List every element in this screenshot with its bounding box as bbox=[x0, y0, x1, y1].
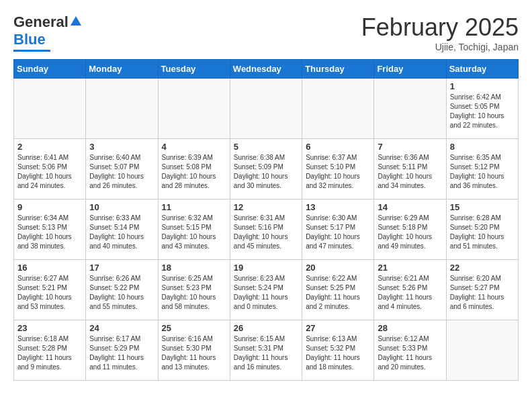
weekday-header: Thursday bbox=[302, 60, 374, 79]
day-number: 10 bbox=[89, 202, 154, 212]
weekday-header: Saturday bbox=[446, 60, 518, 79]
calendar-day-cell: 6Sunrise: 6:37 AMSunset: 5:10 PMDaylight… bbox=[302, 139, 374, 199]
calendar-day-cell bbox=[374, 79, 446, 139]
calendar-day-cell: 12Sunrise: 6:31 AMSunset: 5:16 PMDayligh… bbox=[230, 199, 302, 260]
day-number: 21 bbox=[378, 263, 442, 273]
day-info: Sunrise: 6:18 AMSunset: 5:28 PMDaylight:… bbox=[17, 334, 82, 372]
calendar-day-cell: 13Sunrise: 6:30 AMSunset: 5:17 PMDayligh… bbox=[302, 199, 374, 260]
weekday-header: Friday bbox=[374, 60, 446, 79]
calendar-day-cell: 18Sunrise: 6:25 AMSunset: 5:23 PMDayligh… bbox=[158, 260, 230, 320]
day-number: 24 bbox=[89, 323, 154, 333]
day-number: 18 bbox=[162, 263, 226, 273]
day-number: 27 bbox=[306, 323, 370, 333]
day-info: Sunrise: 6:41 AMSunset: 5:06 PMDaylight:… bbox=[17, 153, 82, 191]
day-info: Sunrise: 6:29 AMSunset: 5:18 PMDaylight:… bbox=[378, 214, 442, 251]
calendar-day-cell: 14Sunrise: 6:29 AMSunset: 5:18 PMDayligh… bbox=[374, 199, 446, 260]
calendar-day-cell: 21Sunrise: 6:21 AMSunset: 5:26 PMDayligh… bbox=[374, 260, 446, 320]
calendar-day-cell bbox=[86, 79, 158, 139]
calendar-day-cell bbox=[158, 79, 230, 139]
calendar-day-cell: 3Sunrise: 6:40 AMSunset: 5:07 PMDaylight… bbox=[86, 139, 158, 199]
day-info: Sunrise: 6:12 AMSunset: 5:33 PMDaylight:… bbox=[378, 334, 442, 372]
calendar-day-cell bbox=[14, 79, 86, 139]
month-title: February 2025 bbox=[361, 13, 519, 42]
day-info: Sunrise: 6:39 AMSunset: 5:08 PMDaylight:… bbox=[162, 153, 226, 191]
day-number: 25 bbox=[162, 323, 226, 333]
day-number: 6 bbox=[306, 142, 370, 152]
calendar-day-cell: 7Sunrise: 6:36 AMSunset: 5:11 PMDaylight… bbox=[374, 139, 446, 199]
weekday-header: Tuesday bbox=[158, 60, 230, 79]
title-block: February 2025 Ujiie, Tochigi, Japan bbox=[361, 13, 519, 52]
day-number: 5 bbox=[234, 142, 298, 152]
day-number: 28 bbox=[378, 323, 442, 333]
calendar-week-row: 16Sunrise: 6:27 AMSunset: 5:21 PMDayligh… bbox=[14, 260, 519, 320]
day-number: 13 bbox=[306, 202, 370, 212]
calendar-day-cell bbox=[446, 320, 518, 381]
day-number: 8 bbox=[450, 142, 515, 152]
day-number: 1 bbox=[450, 81, 515, 91]
day-number: 3 bbox=[89, 142, 154, 152]
day-info: Sunrise: 6:27 AMSunset: 5:21 PMDaylight:… bbox=[17, 274, 82, 312]
calendar-day-cell: 8Sunrise: 6:35 AMSunset: 5:12 PMDaylight… bbox=[446, 139, 518, 199]
day-number: 7 bbox=[378, 142, 442, 152]
calendar-week-row: 2Sunrise: 6:41 AMSunset: 5:06 PMDaylight… bbox=[14, 139, 519, 199]
day-info: Sunrise: 6:32 AMSunset: 5:15 PMDaylight:… bbox=[162, 214, 226, 251]
day-info: Sunrise: 6:40 AMSunset: 5:07 PMDaylight:… bbox=[89, 153, 154, 191]
day-number: 2 bbox=[17, 142, 82, 152]
day-info: Sunrise: 6:42 AMSunset: 5:05 PMDaylight:… bbox=[450, 93, 515, 130]
day-number: 26 bbox=[234, 323, 298, 333]
calendar-day-cell: 9Sunrise: 6:34 AMSunset: 5:13 PMDaylight… bbox=[14, 199, 86, 260]
weekday-header: Monday bbox=[86, 60, 158, 79]
day-number: 14 bbox=[378, 202, 442, 212]
day-info: Sunrise: 6:33 AMSunset: 5:14 PMDaylight:… bbox=[89, 214, 154, 251]
calendar-header-row: SundayMondayTuesdayWednesdayThursdayFrid… bbox=[14, 60, 519, 79]
svg-marker-0 bbox=[71, 16, 81, 26]
logo-arrow-icon bbox=[70, 15, 82, 27]
day-info: Sunrise: 6:28 AMSunset: 5:20 PMDaylight:… bbox=[450, 214, 515, 251]
day-number: 12 bbox=[234, 202, 298, 212]
calendar-day-cell: 1Sunrise: 6:42 AMSunset: 5:05 PMDaylight… bbox=[446, 79, 518, 139]
calendar-week-row: 1Sunrise: 6:42 AMSunset: 5:05 PMDaylight… bbox=[14, 79, 519, 139]
day-info: Sunrise: 6:23 AMSunset: 5:24 PMDaylight:… bbox=[234, 274, 298, 312]
calendar-day-cell bbox=[230, 79, 302, 139]
calendar-day-cell: 17Sunrise: 6:26 AMSunset: 5:22 PMDayligh… bbox=[86, 260, 158, 320]
weekday-header: Sunday bbox=[14, 60, 86, 79]
day-number: 22 bbox=[450, 263, 515, 273]
calendar-week-row: 23Sunrise: 6:18 AMSunset: 5:28 PMDayligh… bbox=[14, 320, 519, 381]
day-info: Sunrise: 6:34 AMSunset: 5:13 PMDaylight:… bbox=[17, 214, 82, 251]
location: Ujiie, Tochigi, Japan bbox=[361, 42, 519, 52]
calendar-day-cell: 4Sunrise: 6:39 AMSunset: 5:08 PMDaylight… bbox=[158, 139, 230, 199]
day-number: 9 bbox=[17, 202, 82, 212]
calendar-day-cell: 28Sunrise: 6:12 AMSunset: 5:33 PMDayligh… bbox=[374, 320, 446, 381]
calendar-day-cell: 11Sunrise: 6:32 AMSunset: 5:15 PMDayligh… bbox=[158, 199, 230, 260]
day-info: Sunrise: 6:17 AMSunset: 5:29 PMDaylight:… bbox=[89, 334, 154, 372]
day-info: Sunrise: 6:37 AMSunset: 5:10 PMDaylight:… bbox=[306, 153, 370, 191]
logo: General Blue bbox=[13, 13, 82, 52]
day-info: Sunrise: 6:16 AMSunset: 5:30 PMDaylight:… bbox=[162, 334, 226, 372]
calendar-day-cell: 15Sunrise: 6:28 AMSunset: 5:20 PMDayligh… bbox=[446, 199, 518, 260]
calendar-day-cell: 19Sunrise: 6:23 AMSunset: 5:24 PMDayligh… bbox=[230, 260, 302, 320]
calendar-day-cell: 23Sunrise: 6:18 AMSunset: 5:28 PMDayligh… bbox=[14, 320, 86, 381]
calendar-day-cell: 16Sunrise: 6:27 AMSunset: 5:21 PMDayligh… bbox=[14, 260, 86, 320]
day-number: 17 bbox=[89, 263, 154, 273]
day-info: Sunrise: 6:21 AMSunset: 5:26 PMDaylight:… bbox=[378, 274, 442, 312]
calendar-day-cell: 25Sunrise: 6:16 AMSunset: 5:30 PMDayligh… bbox=[158, 320, 230, 381]
day-info: Sunrise: 6:25 AMSunset: 5:23 PMDaylight:… bbox=[162, 274, 226, 312]
day-info: Sunrise: 6:26 AMSunset: 5:22 PMDaylight:… bbox=[89, 274, 154, 312]
day-info: Sunrise: 6:36 AMSunset: 5:11 PMDaylight:… bbox=[378, 153, 442, 191]
logo-general: General bbox=[13, 13, 69, 31]
weekday-header: Wednesday bbox=[230, 60, 302, 79]
calendar-day-cell: 24Sunrise: 6:17 AMSunset: 5:29 PMDayligh… bbox=[86, 320, 158, 381]
calendar-day-cell: 5Sunrise: 6:38 AMSunset: 5:09 PMDaylight… bbox=[230, 139, 302, 199]
day-number: 16 bbox=[17, 263, 82, 273]
calendar-day-cell: 2Sunrise: 6:41 AMSunset: 5:06 PMDaylight… bbox=[14, 139, 86, 199]
day-info: Sunrise: 6:15 AMSunset: 5:31 PMDaylight:… bbox=[234, 334, 298, 372]
day-info: Sunrise: 6:30 AMSunset: 5:17 PMDaylight:… bbox=[306, 214, 370, 251]
logo-underline bbox=[13, 50, 50, 52]
day-number: 23 bbox=[17, 323, 82, 333]
calendar-week-row: 9Sunrise: 6:34 AMSunset: 5:13 PMDaylight… bbox=[14, 199, 519, 260]
day-number: 20 bbox=[306, 263, 370, 273]
page-header: General Blue February 2025 Ujiie, Tochig… bbox=[13, 13, 519, 52]
day-info: Sunrise: 6:38 AMSunset: 5:09 PMDaylight:… bbox=[234, 153, 298, 191]
day-info: Sunrise: 6:31 AMSunset: 5:16 PMDaylight:… bbox=[234, 214, 298, 251]
day-info: Sunrise: 6:13 AMSunset: 5:32 PMDaylight:… bbox=[306, 334, 370, 372]
